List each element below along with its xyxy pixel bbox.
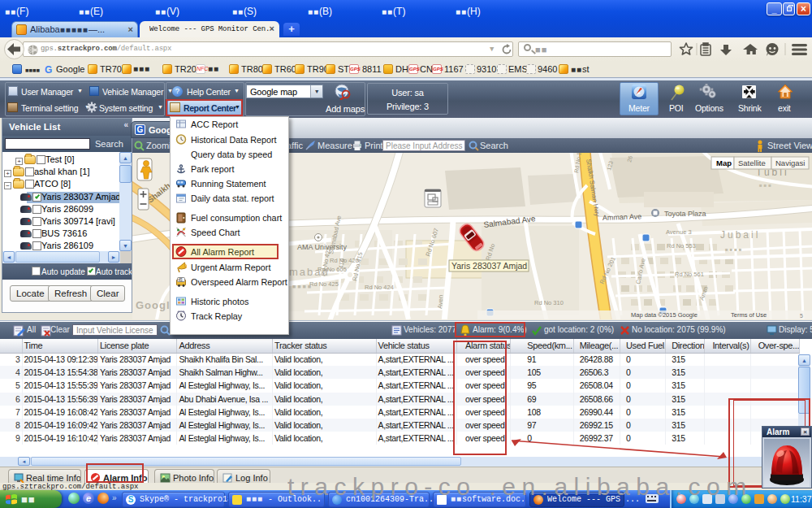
svg-text:Cairo Ave: Cairo Ave [634, 258, 647, 285]
svg-text:45: 45 [179, 278, 184, 282]
svg-text:Rd No 310: Rd No 310 [534, 299, 564, 306]
svg-text:Satellite: Satellite [738, 158, 766, 167]
svg-text:Rd No 415: Rd No 415 [351, 251, 364, 281]
svg-text:Shaikh Salman Hwy: Shaikh Salman Hwy [585, 158, 601, 217]
svg-text:■■■: ■■■ [759, 183, 773, 188]
svg-text:Rd No 420: Rd No 420 [330, 257, 359, 264]
svg-text:Rd No 424: Rd No 424 [365, 284, 394, 291]
svg-text:Rd No 561: Rd No 561 [675, 271, 704, 278]
svg-text:■■■■: ■■■■ [292, 284, 313, 289]
svg-text:Salmabad Ave: Salmabad Ave [483, 214, 537, 229]
svg-text:Rd No 425: Rd No 425 [309, 280, 339, 288]
svg-text:Rd No 553: Rd No 553 [667, 242, 696, 250]
svg-text:Map: Map [716, 158, 732, 167]
svg-text:Rd No 111: Rd No 111 [573, 153, 582, 173]
svg-text:Rd No 201: Rd No 201 [598, 256, 617, 285]
svg-text:Jubail: Jubail [720, 229, 760, 241]
svg-text:Amm: Amm [698, 285, 709, 302]
svg-text:■■■■: ■■■■ [725, 247, 744, 252]
svg-text:Terms of Use: Terms of Use [731, 311, 767, 319]
svg-text:Aven: Aven [436, 294, 444, 309]
svg-text:26: 26 [626, 155, 633, 163]
svg-text:Amman Ave: Amman Ave [603, 212, 642, 222]
svg-text:Map data ©2015 Google: Map data ©2015 Google [631, 311, 698, 319]
svg-text:Navigasi: Navigasi [775, 158, 805, 167]
svg-text:Yaris 283037 Amjad: Yaris 283037 Amjad [451, 261, 527, 271]
svg-text:mabad: mabad [289, 266, 330, 278]
svg-text:AMA University: AMA University [297, 243, 348, 251]
svg-text:5: 5 [800, 313, 803, 319]
svg-text:Toyota Plaza: Toyota Plaza [664, 210, 706, 218]
svg-text:Rd No 607: Rd No 607 [424, 228, 440, 258]
svg-text:Shaikh: Shaikh [145, 181, 172, 205]
svg-text:123: 123 [606, 160, 614, 171]
svg-text:Avenue 3: Avenue 3 [666, 228, 692, 236]
svg-text:Rd No: Rd No [484, 243, 496, 262]
